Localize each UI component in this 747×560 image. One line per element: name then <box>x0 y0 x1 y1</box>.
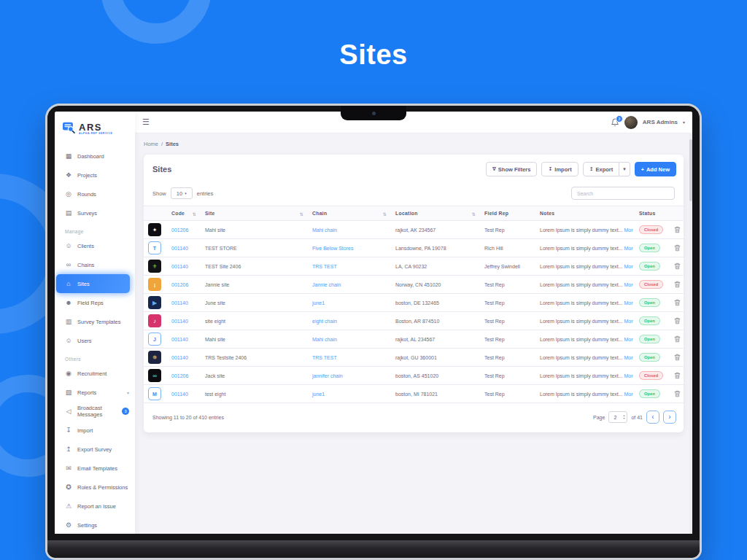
sidebar-item-users[interactable]: ☺Users <box>55 331 135 350</box>
sidebar-item-surveys[interactable]: ▤Surveys <box>55 203 135 222</box>
sidebar-item-clients[interactable]: ☺Clients <box>55 236 135 255</box>
notes-text: Lorem Ipsum is simply dummy text... <box>540 319 624 324</box>
sidebar-item-broadcast-messages[interactable]: ◁Broadcast Messages3 <box>55 402 135 421</box>
notes-more-link[interactable]: More <box>624 228 633 233</box>
sidebar-item-dashboard[interactable]: ▦Dashboard <box>55 147 135 166</box>
notes-more-link[interactable]: More <box>624 282 633 287</box>
export-dropdown-button[interactable]: ▾ <box>619 162 630 176</box>
chain-link[interactable]: jannifer chain <box>312 373 343 378</box>
sidebar-item-rounds[interactable]: ◎Rounds <box>55 184 135 203</box>
field-rep-cell: Rich Hill <box>479 239 534 257</box>
field-rep-cell: Test Rep <box>479 276 534 294</box>
delete-button[interactable] <box>673 298 682 308</box>
site-code-link[interactable]: 001206 <box>171 228 188 233</box>
notes-more-link[interactable]: More <box>624 337 633 342</box>
next-page-button[interactable]: › <box>663 411 676 424</box>
delete-button[interactable] <box>673 352 682 362</box>
chain-link[interactable]: Five Below Stores <box>312 246 353 251</box>
add-new-button[interactable]: + Add New <box>635 162 676 176</box>
avatar[interactable] <box>624 116 638 129</box>
sidebar-item-roles-permissions[interactable]: ✪Roles & Permissions <box>55 478 135 497</box>
site-code-link[interactable]: 001140 <box>171 300 188 306</box>
chain-link[interactable]: TRS TEST <box>312 264 337 269</box>
sidebar-item-field-reps[interactable]: ☻Field Reps <box>55 293 135 312</box>
sidebar-item-survey-templates[interactable]: ▥Survey Templates <box>55 312 135 331</box>
column-header-site[interactable]: Site⇅ <box>199 206 306 221</box>
column-header-label: Code <box>171 211 185 216</box>
chain-link[interactable]: TRS TEST <box>312 355 337 360</box>
export-button[interactable]: ↥ Export <box>583 162 620 176</box>
sidebar-item-chains[interactable]: ∞Chains <box>55 255 135 274</box>
chain-link[interactable]: eight chain <box>312 319 337 324</box>
sidebar-item-email-templates[interactable]: ✉Email Templates <box>55 459 135 478</box>
app-logo[interactable]: ARS ALPHA REP SERVICE <box>55 112 135 147</box>
notes-more-link[interactable]: More <box>624 392 633 397</box>
column-header-location[interactable]: Location⇅ <box>390 206 479 221</box>
site-code-link[interactable]: 001206 <box>171 373 188 378</box>
delete-button[interactable] <box>673 279 682 289</box>
site-thumbnail: ✵ <box>148 351 161 364</box>
notes-text: Lorem Ipsum is simply dummy text... <box>540 282 624 287</box>
notes-more-link[interactable]: More <box>624 264 633 269</box>
site-cell: site eight <box>199 312 306 330</box>
chain-link[interactable]: Mahi chain <box>312 228 337 233</box>
notes-more-link[interactable]: More <box>624 246 633 251</box>
status-cell: Open <box>633 239 667 257</box>
delete-button[interactable] <box>673 243 682 253</box>
notes-more-link[interactable]: More <box>624 319 633 324</box>
chevron-down-icon[interactable]: ▾ <box>683 120 685 125</box>
delete-button[interactable] <box>673 261 682 271</box>
delete-button[interactable] <box>673 334 682 344</box>
delete-button[interactable] <box>673 225 682 235</box>
user-menu[interactable]: ARS Admins <box>643 119 678 125</box>
show-filters-button[interactable]: ∇ Show Filters <box>486 162 537 176</box>
site-code-link[interactable]: 001140 <box>171 319 188 324</box>
site-code-link[interactable]: 001140 <box>171 337 188 342</box>
site-code-link[interactable]: 001140 <box>171 355 188 360</box>
stepper-arrows-icon[interactable]: ▴▾ <box>621 412 627 422</box>
site-code-link[interactable]: 001206 <box>171 282 188 287</box>
column-header-chain[interactable]: Chain⇅ <box>306 206 390 221</box>
sidebar-item-report-an-issue[interactable]: ⚠Report an Issue <box>55 497 135 516</box>
chain-link[interactable]: june1 <box>312 392 325 397</box>
sidebar-item-label: Chains <box>77 262 94 268</box>
delete-button[interactable] <box>673 316 682 326</box>
notes-more-link[interactable]: More <box>624 373 633 378</box>
page-size-select[interactable]: 10 ▾ <box>171 187 193 199</box>
sidebar-item-export-survey[interactable]: ↥Export Survey <box>55 440 135 459</box>
column-header-code[interactable]: Code⇅ <box>166 206 199 221</box>
sidebar-item-settings[interactable]: ⚙Settings <box>55 516 135 534</box>
notes-cell: Lorem Ipsum is simply dummy text... More <box>534 367 633 385</box>
notes-more-link[interactable]: More <box>624 300 633 306</box>
sidebar-item-import[interactable]: ↧Import <box>55 421 135 440</box>
sidebar-item-projects[interactable]: ❖Projects <box>55 166 135 184</box>
site-code-link[interactable]: 001140 <box>171 264 188 269</box>
sidebar-item-sites[interactable]: ⌂Sites <box>56 274 130 293</box>
delete-button[interactable] <box>673 389 682 399</box>
scrollbar-thumb[interactable] <box>689 139 692 201</box>
notifications-button[interactable]: 3 <box>611 118 619 127</box>
sort-icon[interactable]: ⇅ <box>193 211 196 217</box>
sidebar-item-reports[interactable]: ▧Reports▾ <box>55 383 135 402</box>
field-rep-cell: Test Rep <box>479 294 534 312</box>
previous-page-button[interactable]: ‹ <box>646 411 659 424</box>
chain-link[interactable]: Mahi chain <box>312 337 337 342</box>
sort-icon[interactable]: ⇅ <box>300 211 303 217</box>
chain-link[interactable]: june1 <box>312 300 325 306</box>
notes-text: Lorem Ipsum is simply dummy text... <box>540 246 624 251</box>
delete-button[interactable] <box>673 370 682 381</box>
menu-toggle-icon[interactable]: ☰ <box>142 118 150 126</box>
notes-text: Lorem Ipsum is simply dummy text... <box>540 337 624 342</box>
import-button[interactable]: ↧ Import <box>541 162 578 176</box>
breadcrumb-home-link[interactable]: Home <box>144 141 158 147</box>
scrollbar[interactable] <box>689 133 692 534</box>
sidebar-item-recruitment[interactable]: ◉Recruitment <box>55 364 135 383</box>
page-number-stepper[interactable]: 2 ▴▾ <box>608 411 627 423</box>
notes-more-link[interactable]: More <box>624 355 633 360</box>
sort-icon[interactable]: ⇅ <box>383 211 387 217</box>
sort-icon[interactable]: ⇅ <box>472 211 476 217</box>
site-code-link[interactable]: 001140 <box>171 392 188 397</box>
chain-link[interactable]: Jannie chain <box>312 282 341 287</box>
site-code-link[interactable]: 001140 <box>171 246 188 251</box>
search-input[interactable] <box>571 187 675 200</box>
